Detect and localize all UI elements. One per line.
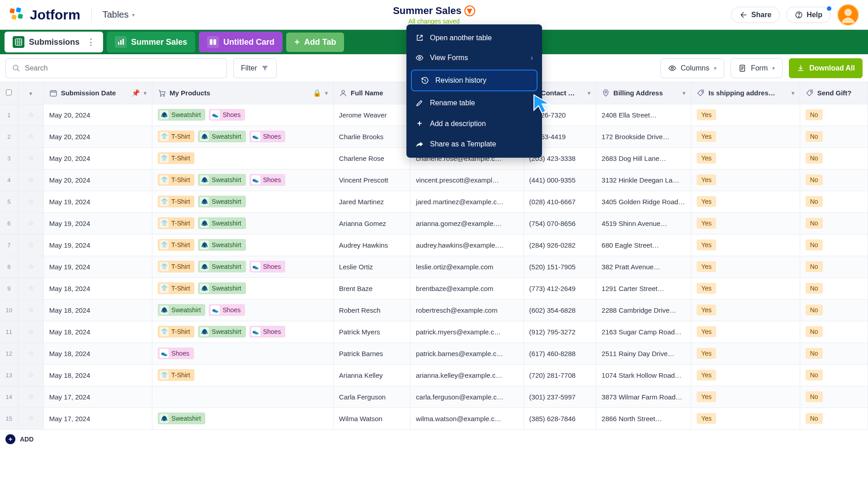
- col-billing-address[interactable]: Billing Address: [596, 82, 691, 104]
- cell-shipping[interactable]: Yes: [691, 234, 800, 256]
- select-all-header[interactable]: [0, 82, 18, 104]
- table-row[interactable]: 8☆May 19, 2024👕T-Shirt🧥Sweatshirt👟ShoesL…: [0, 256, 868, 277]
- row-star[interactable]: ☆: [18, 234, 43, 256]
- cell-address[interactable]: 2511 Rainy Day Drive…: [596, 343, 691, 364]
- cell-phone[interactable]: (385) 628-7846: [524, 408, 596, 429]
- cell-date[interactable]: May 20, 2024: [43, 126, 152, 147]
- cell-shipping[interactable]: Yes: [691, 169, 800, 191]
- cell-products[interactable]: 👕T-Shirt🧥Sweatshirt👟Shoes: [152, 169, 334, 191]
- cell-date[interactable]: May 20, 2024: [43, 104, 152, 126]
- cell-gift[interactable]: No: [800, 256, 868, 277]
- cell-shipping[interactable]: Yes: [691, 299, 800, 321]
- cell-products[interactable]: 🧥Sweatshirt👟Shoes: [152, 299, 334, 321]
- columns-button[interactable]: Columns: [660, 58, 724, 78]
- row-star[interactable]: ☆: [18, 364, 43, 386]
- cell-name[interactable]: Arianna Gomez: [333, 212, 410, 234]
- cell-gift[interactable]: No: [800, 126, 868, 147]
- cell-shipping[interactable]: Yes: [691, 104, 800, 126]
- cell-shipping[interactable]: Yes: [691, 191, 800, 212]
- cell-gift[interactable]: No: [800, 386, 868, 408]
- select-all-checkbox[interactable]: [6, 89, 12, 95]
- chevron-down-icon[interactable]: [325, 90, 328, 96]
- cell-date[interactable]: May 18, 2024: [43, 299, 152, 321]
- cell-products[interactable]: [152, 386, 334, 408]
- cell-gift[interactable]: No: [800, 104, 868, 126]
- cell-products[interactable]: 👕T-Shirt: [152, 147, 334, 169]
- col-shipping-same[interactable]: Is shipping addres…: [691, 82, 800, 104]
- kebab-icon[interactable]: ⋮: [87, 37, 95, 47]
- cell-address[interactable]: 382 Pratt Avenue…: [596, 256, 691, 277]
- cell-phone[interactable]: (028) 410-6667: [524, 191, 596, 212]
- cell-gift[interactable]: No: [800, 408, 868, 429]
- cell-email[interactable]: arianna.kelley@example.c…: [410, 364, 524, 386]
- cell-name[interactable]: Audrey Hawkins: [333, 234, 410, 256]
- cell-products[interactable]: 👟Shoes: [152, 343, 334, 364]
- cell-products[interactable]: 👕T-Shirt🧥Sweatshirt👟Shoes: [152, 126, 334, 147]
- cell-email[interactable]: jared.martinez@example.c…: [410, 191, 524, 212]
- cell-date[interactable]: May 17, 2024: [43, 386, 152, 408]
- col-send-gift[interactable]: Send Gift?: [800, 82, 868, 104]
- cell-address[interactable]: 1291 Carter Street…: [596, 277, 691, 299]
- cell-name[interactable]: Wilma Watson: [333, 408, 410, 429]
- table-row[interactable]: 9☆May 18, 2024👕T-Shirt🧥SweatshirtBrent B…: [0, 277, 868, 299]
- menu-rename-table[interactable]: Rename table: [406, 93, 542, 113]
- chevron-down-icon[interactable]: [144, 90, 146, 96]
- download-all-button[interactable]: Download All: [789, 58, 863, 78]
- cell-name[interactable]: Leslie Ortiz: [333, 256, 410, 277]
- cell-name[interactable]: Arianna Kelley: [333, 364, 410, 386]
- cell-gift[interactable]: No: [800, 191, 868, 212]
- row-star[interactable]: ☆: [18, 104, 43, 126]
- cell-address[interactable]: 2408 Ella Street…: [596, 104, 691, 126]
- cell-date[interactable]: May 18, 2024: [43, 321, 152, 343]
- cell-products[interactable]: 👕T-Shirt🧥Sweatshirt👟Shoes: [152, 321, 334, 343]
- cell-gift[interactable]: No: [800, 277, 868, 299]
- cell-address[interactable]: 3132 Hinkle Deegan La…: [596, 169, 691, 191]
- cell-email[interactable]: audrey.hawkins@example.…: [410, 234, 524, 256]
- menu-share-template[interactable]: Share as a Template: [406, 134, 542, 154]
- cell-name[interactable]: Carla Ferguson: [333, 386, 410, 408]
- cell-email[interactable]: arianna.gomez@example.…: [410, 212, 524, 234]
- cell-name[interactable]: Brent Baze: [333, 277, 410, 299]
- table-title[interactable]: Summer Sales: [393, 5, 462, 17]
- cell-date[interactable]: May 17, 2024: [43, 408, 152, 429]
- search-input[interactable]: [25, 64, 220, 72]
- menu-open-another-table[interactable]: Open another table: [406, 28, 542, 48]
- tables-dropdown[interactable]: Tables: [103, 9, 135, 20]
- cell-products[interactable]: 👕T-Shirt🧥Sweatshirt: [152, 212, 334, 234]
- menu-revision-history[interactable]: Revision history: [411, 70, 538, 91]
- row-star[interactable]: ☆: [18, 321, 43, 343]
- cell-gift[interactable]: No: [800, 169, 868, 191]
- title-menu-button[interactable]: [464, 5, 475, 16]
- cell-products[interactable]: 🧥Sweatshirt: [152, 408, 334, 429]
- cell-date[interactable]: May 19, 2024: [43, 191, 152, 212]
- cell-date[interactable]: May 18, 2024: [43, 277, 152, 299]
- row-star[interactable]: ☆: [18, 212, 43, 234]
- cell-date[interactable]: May 18, 2024: [43, 364, 152, 386]
- table-row[interactable]: 14☆May 17, 2024Carla Fergusoncarla.fergu…: [0, 386, 868, 408]
- cell-address[interactable]: 3873 Wilmar Farm Road…: [596, 386, 691, 408]
- tab-summer-sales[interactable]: Summer Sales: [107, 32, 195, 52]
- cell-products[interactable]: 👕T-Shirt🧥Sweatshirt: [152, 277, 334, 299]
- row-star[interactable]: ☆: [18, 147, 43, 169]
- menu-add-description[interactable]: + Add a description: [406, 113, 542, 134]
- tab-untitled-card[interactable]: Untitled Card: [199, 32, 283, 52]
- cell-date[interactable]: May 19, 2024: [43, 256, 152, 277]
- table-row[interactable]: 4☆May 20, 2024👕T-Shirt🧥Sweatshirt👟ShoesV…: [0, 169, 868, 191]
- cell-shipping[interactable]: Yes: [691, 408, 800, 429]
- add-tab-button[interactable]: + Add Tab: [286, 33, 344, 52]
- chevron-down-icon[interactable]: [683, 90, 685, 96]
- row-star[interactable]: ☆: [18, 126, 43, 147]
- cell-date[interactable]: May 19, 2024: [43, 212, 152, 234]
- cell-shipping[interactable]: Yes: [691, 126, 800, 147]
- cell-shipping[interactable]: Yes: [691, 386, 800, 408]
- cell-email[interactable]: vincent.prescott@exampl…: [410, 169, 524, 191]
- table-row[interactable]: 6☆May 19, 2024👕T-Shirt🧥SweatshirtArianna…: [0, 212, 868, 234]
- tab-submissions[interactable]: Submissions ⋮: [5, 32, 103, 52]
- menu-view-forms[interactable]: View Forms ›: [406, 48, 542, 68]
- table-row[interactable]: 15☆May 17, 2024🧥SweatshirtWilma Watsonwi…: [0, 408, 868, 429]
- row-star[interactable]: ☆: [18, 386, 43, 408]
- cell-address[interactable]: 3405 Golden Ridge Road…: [596, 191, 691, 212]
- cell-name[interactable]: Jared Martinez: [333, 191, 410, 212]
- row-star[interactable]: ☆: [18, 299, 43, 321]
- cell-shipping[interactable]: Yes: [691, 343, 800, 364]
